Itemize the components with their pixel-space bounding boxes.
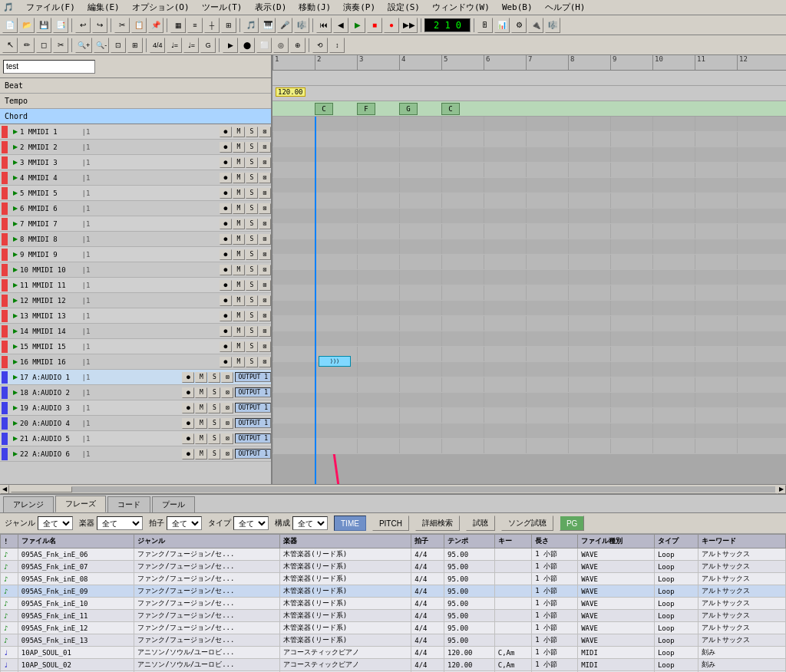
chord-block-C[interactable]: C	[315, 103, 333, 115]
bounce-button[interactable]: ↕	[329, 38, 345, 53]
undo-button[interactable]: ↩	[75, 18, 91, 33]
track-row-8[interactable]: ▶8 MMIDI 8|1●MS⊠	[0, 232, 271, 247]
tool2[interactable]: ≡	[187, 18, 203, 33]
col-filetype[interactable]: ファイル種別	[578, 535, 655, 548]
col-tempo[interactable]: テンポ	[444, 535, 495, 548]
scissors-tool[interactable]: ✂	[53, 38, 68, 53]
pg-button[interactable]: PG	[560, 516, 584, 531]
pitch-button[interactable]: PITCH	[372, 516, 409, 531]
track-mute-btn-17[interactable]: M	[195, 372, 207, 383]
eq-button[interactable]: 📊	[494, 18, 510, 33]
track-row-11[interactable]: ▶11 MMIDI 11|1●MS⊠	[0, 278, 271, 293]
tool6[interactable]: 🎹	[260, 18, 276, 33]
track-mute-btn-14[interactable]: M	[233, 326, 245, 337]
tab-arrange[interactable]: アレンジ	[3, 496, 54, 512]
menu-item-move[interactable]: 移動(J)	[296, 1, 334, 14]
track-play-7[interactable]: ▶	[11, 219, 20, 229]
timeline-row-13[interactable]	[272, 301, 786, 316]
file-row-9[interactable]: ♩10AP_SOUL_02アニソン/ソウル/ユーロビ...アコースティックピアノ…	[1, 659, 786, 671]
save-as-button[interactable]: 📑	[53, 18, 68, 33]
timeline-row-7[interactable]	[272, 209, 786, 224]
tool-d[interactable]: ◎	[273, 38, 289, 53]
track-row-21[interactable]: ▶21 A:AUDIO 5|1●MS⊠OUTPUT 1	[0, 431, 271, 446]
chord-block-F[interactable]: F	[357, 103, 375, 115]
track-row-5[interactable]: ▶5 MMIDI 5|1●MS⊠	[0, 186, 271, 201]
tab-phrase[interactable]: フレーズ	[55, 496, 106, 512]
tool5[interactable]: 🎵	[243, 18, 259, 33]
track-mute-btn-1[interactable]: M	[233, 127, 245, 137]
timeline-row-4[interactable]	[272, 163, 786, 178]
timeline-row-21[interactable]	[272, 423, 786, 439]
forward-button[interactable]: ▶▶	[401, 18, 418, 33]
scroll-right[interactable]: ▶	[777, 485, 786, 494]
track-rec-btn-19[interactable]: ⊠	[221, 403, 233, 413]
track-rec-btn-8[interactable]: ⊠	[259, 234, 271, 245]
chord-block-C[interactable]: C	[441, 103, 460, 115]
track-mute-btn-11[interactable]: M	[233, 280, 245, 291]
menu-item-options[interactable]: オプション(O)	[129, 1, 193, 14]
scroll-track[interactable]	[11, 486, 775, 492]
tool1[interactable]: ▦	[170, 18, 186, 33]
file-row-5[interactable]: ♪095AS_Fnk_inE_11ファンク/フュージョン/セ...木管楽器(リー…	[1, 610, 786, 622]
menu-item-tools[interactable]: ツール(T)	[199, 1, 246, 14]
track-mute-dot-21[interactable]: ●	[182, 433, 194, 444]
timeline-row-1[interactable]	[272, 117, 786, 132]
track-mute-dot-11[interactable]: ●	[220, 280, 232, 291]
track-solo-btn-5[interactable]: S	[246, 188, 258, 199]
genre-select[interactable]: 全て	[38, 516, 73, 530]
copy-button[interactable]: 📋	[131, 18, 147, 33]
col-beat[interactable]: 拍子	[411, 535, 444, 548]
track-row-6[interactable]: ▶6 MMIDI 6|1●MS⊠	[0, 201, 271, 216]
file-list[interactable]: ! ファイル名 ジャンル 楽器 拍子 テンポ キー 長さ ファイル種別 タイプ …	[0, 534, 786, 672]
track-mute-dot-16[interactable]: ●	[220, 357, 232, 367]
track-mute-dot-7[interactable]: ●	[220, 219, 232, 229]
track-solo-btn-22[interactable]: S	[208, 449, 220, 460]
timeline-row-15[interactable]	[272, 331, 786, 347]
open-button[interactable]: 📂	[19, 18, 35, 33]
tool7[interactable]: 🎤	[277, 18, 292, 33]
track-play-16[interactable]: ▶	[11, 357, 20, 367]
track-mute-dot-1[interactable]: ●	[220, 127, 232, 137]
track-rec-btn-16[interactable]: ⊠	[259, 357, 271, 367]
timeline-row-22[interactable]	[272, 439, 786, 454]
col-filename[interactable]: ファイル名	[18, 535, 134, 548]
track-mute-btn-21[interactable]: M	[195, 433, 207, 444]
track-play-18[interactable]: ▶	[11, 388, 20, 397]
beat-select[interactable]: 全て	[167, 516, 202, 530]
track-mute-btn-6[interactable]: M	[233, 203, 245, 214]
track-mute-dot-15[interactable]: ●	[220, 341, 232, 352]
track-solo-btn-4[interactable]: S	[246, 173, 258, 183]
song-audition-button[interactable]: ソング試聴	[501, 516, 553, 531]
col-length[interactable]: 長さ	[532, 535, 578, 548]
project-name-input[interactable]	[3, 60, 95, 74]
track-rec-btn-9[interactable]: ⊠	[259, 249, 271, 260]
track-solo-btn-8[interactable]: S	[246, 234, 258, 245]
file-row-3[interactable]: ♪095AS_Fnk_inE_09ファンク/フュージョン/セ...木管楽器(リー…	[1, 585, 786, 598]
track-play-5[interactable]: ▶	[11, 189, 20, 198]
track-mute-dot-6[interactable]: ●	[220, 203, 232, 214]
timeline-row-10[interactable]	[272, 255, 786, 270]
track-play-8[interactable]: ▶	[11, 235, 20, 244]
detail-search-button[interactable]: 詳細検索	[415, 516, 460, 531]
timeline-row-2[interactable]	[272, 132, 786, 147]
col-flag[interactable]: !	[1, 535, 18, 548]
menu-item-web[interactable]: Web(B)	[499, 2, 536, 13]
tab-pool[interactable]: プール	[152, 496, 195, 512]
track-play-4[interactable]: ▶	[11, 173, 20, 183]
track-mute-dot-19[interactable]: ●	[182, 403, 194, 413]
track-row-2[interactable]: ▶2 MMIDI 2|1●MS⊠	[0, 140, 271, 155]
track-mute-btn-16[interactable]: M	[233, 357, 245, 367]
new-button[interactable]: 📄	[2, 18, 18, 33]
snap-button[interactable]: 4/4	[150, 38, 165, 53]
track-solo-btn-16[interactable]: S	[246, 357, 258, 367]
track-rec-btn-18[interactable]: ⊠	[221, 387, 233, 398]
track-rec-btn-7[interactable]: ⊠	[259, 219, 271, 229]
track-mute-btn-22[interactable]: M	[195, 449, 207, 460]
track-rec-btn-21[interactable]: ⊠	[221, 433, 233, 444]
track-mute-btn-2[interactable]: M	[233, 142, 245, 153]
menu-item-edit[interactable]: 編集(E)	[84, 1, 123, 14]
save-button[interactable]: 💾	[36, 18, 51, 33]
track-mute-btn-19[interactable]: M	[195, 403, 207, 413]
track-solo-btn-6[interactable]: S	[246, 203, 258, 214]
track-solo-btn-14[interactable]: S	[246, 326, 258, 337]
